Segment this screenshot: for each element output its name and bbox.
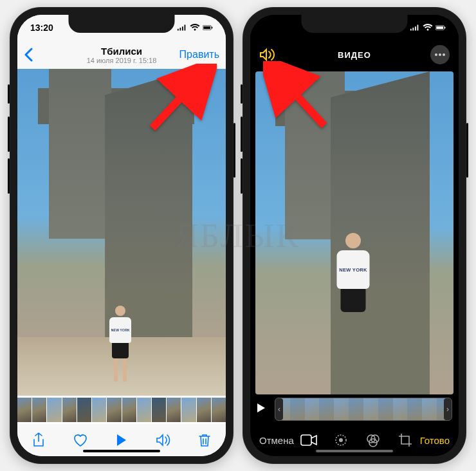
status-icons bbox=[177, 24, 213, 32]
back-button[interactable] bbox=[24, 48, 44, 62]
notch bbox=[302, 15, 408, 33]
trim-handle-right[interactable]: › bbox=[444, 398, 452, 420]
signal-icon bbox=[177, 24, 187, 32]
nav-bar: Тбилиси 14 июля 2019 г. 15:18 Править bbox=[17, 41, 226, 69]
video-icon bbox=[300, 434, 317, 446]
video-preview[interactable]: NEW YORK bbox=[17, 69, 226, 396]
volume-down-button bbox=[8, 158, 10, 194]
adjust-tab[interactable] bbox=[333, 432, 349, 448]
adjust-icon bbox=[333, 432, 349, 448]
heart-icon bbox=[73, 433, 88, 447]
side-button bbox=[466, 123, 468, 178]
play-icon bbox=[257, 403, 266, 413]
volume-down-button bbox=[241, 158, 243, 194]
mute-toggle[interactable] bbox=[259, 46, 277, 64]
left-screen: 13:20 Тбилиси 14 июля 2019 г. 15:18 Прав… bbox=[17, 15, 226, 456]
volume-up-button bbox=[241, 116, 243, 152]
side-button bbox=[233, 123, 235, 178]
edit-canvas[interactable]: NEW YORK bbox=[255, 71, 453, 394]
done-button[interactable]: Готово bbox=[420, 435, 450, 446]
status-time: 13:20 bbox=[30, 23, 53, 33]
svg-rect-2 bbox=[212, 27, 212, 29]
video-tab[interactable] bbox=[300, 432, 317, 448]
filters-icon bbox=[365, 432, 381, 448]
svg-point-8 bbox=[439, 53, 441, 56]
home-indicator[interactable] bbox=[316, 450, 393, 452]
favorite-button[interactable] bbox=[72, 432, 89, 448]
home-indicator[interactable] bbox=[83, 450, 160, 452]
share-icon bbox=[32, 432, 45, 448]
chevron-left-icon bbox=[24, 48, 33, 62]
cancel-button[interactable]: Отмена bbox=[259, 435, 294, 446]
preview-play-button[interactable] bbox=[257, 403, 270, 416]
person-in-photo: NEW YORK bbox=[320, 233, 387, 394]
trash-icon bbox=[198, 433, 211, 447]
svg-point-12 bbox=[339, 438, 343, 442]
speaker-on-icon bbox=[259, 48, 276, 62]
left-phone-frame: 13:20 Тбилиси 14 июля 2019 г. 15:18 Прав… bbox=[10, 7, 233, 464]
crop-icon bbox=[398, 432, 413, 448]
wifi-icon bbox=[190, 24, 200, 32]
share-button[interactable] bbox=[30, 432, 47, 448]
mute-switch bbox=[8, 84, 10, 104]
svg-rect-6 bbox=[444, 27, 445, 29]
play-icon bbox=[116, 434, 127, 447]
thumbnail-strip[interactable] bbox=[17, 396, 226, 424]
svg-rect-1 bbox=[203, 26, 210, 29]
signal-icon bbox=[410, 24, 420, 32]
more-button[interactable] bbox=[430, 45, 450, 64]
trim-scrubber[interactable]: ‹ › bbox=[275, 398, 452, 421]
svg-point-7 bbox=[435, 53, 437, 56]
filters-tab[interactable] bbox=[365, 432, 381, 448]
edit-tools bbox=[300, 432, 414, 448]
notch bbox=[69, 15, 175, 33]
mute-switch bbox=[241, 84, 243, 104]
crop-tab[interactable] bbox=[397, 432, 414, 448]
edit-button[interactable]: Править bbox=[179, 49, 219, 60]
svg-rect-10 bbox=[301, 435, 311, 445]
volume-button[interactable] bbox=[155, 432, 172, 448]
edit-mode-title: ВИДЕО bbox=[250, 50, 459, 60]
speaker-icon bbox=[156, 434, 171, 447]
edit-canvas-wrap: NEW YORK bbox=[250, 69, 459, 394]
svg-point-9 bbox=[443, 53, 445, 56]
battery-icon bbox=[435, 24, 446, 32]
right-phone-frame: ВИДЕО NEW YORK ‹ bbox=[243, 7, 466, 464]
wifi-icon bbox=[423, 24, 433, 32]
edit-top-bar: ВИДЕО bbox=[250, 41, 459, 69]
right-screen: ВИДЕО NEW YORK ‹ bbox=[250, 15, 459, 456]
ellipsis-icon bbox=[434, 53, 446, 57]
trim-handle-left[interactable]: ‹ bbox=[275, 398, 283, 420]
volume-up-button bbox=[8, 116, 10, 152]
delete-button[interactable] bbox=[196, 432, 213, 448]
battery-icon bbox=[203, 24, 213, 32]
person-in-photo: NEW YORK bbox=[107, 306, 134, 383]
play-button[interactable] bbox=[113, 432, 130, 448]
svg-rect-5 bbox=[436, 26, 443, 29]
trim-row: ‹ › bbox=[250, 394, 459, 424]
status-icons bbox=[410, 24, 446, 32]
